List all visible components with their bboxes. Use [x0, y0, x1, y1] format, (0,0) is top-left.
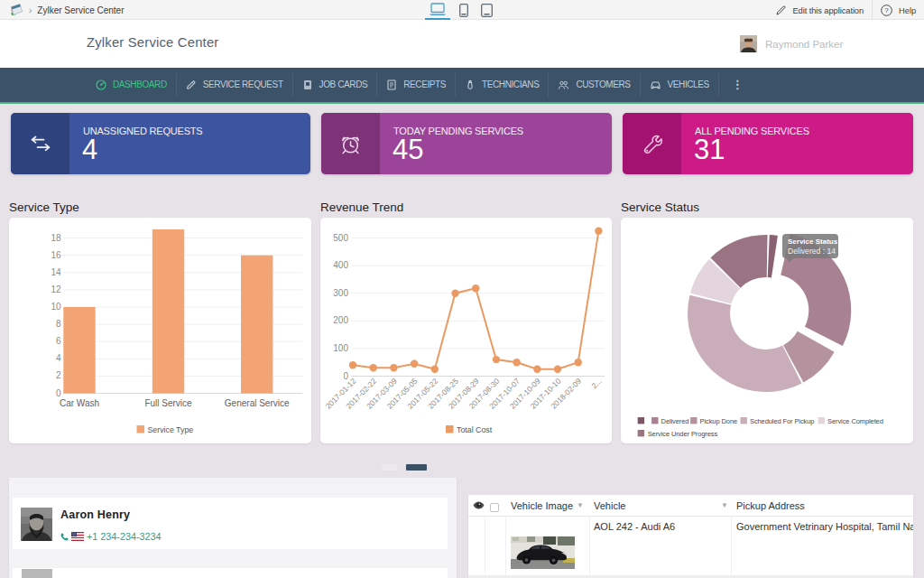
svg-text:200: 200 — [333, 315, 348, 325]
svg-text:Car Wash: Car Wash — [60, 398, 99, 408]
svg-text:Service Completed: Service Completed — [827, 417, 883, 425]
svg-text:Total Cost: Total Cost — [457, 425, 493, 434]
svg-text:General Service: General Service — [225, 398, 290, 408]
svg-text:2: 2 — [56, 370, 61, 380]
svg-text:500: 500 — [333, 233, 348, 243]
svg-text:10: 10 — [51, 302, 61, 312]
svg-text:4: 4 — [56, 353, 61, 363]
svg-text:18: 18 — [51, 233, 61, 243]
svg-text:100: 100 — [333, 343, 348, 353]
svg-text:Scheduled For Pickup: Scheduled For Pickup — [750, 417, 814, 425]
svg-text:2...: 2... — [589, 377, 603, 390]
svg-text:Service Status: Service Status — [788, 238, 838, 246]
svg-text:Pickup Done: Pickup Done — [700, 417, 737, 425]
svg-text:6: 6 — [56, 336, 61, 346]
svg-text:400: 400 — [333, 260, 348, 270]
svg-text:Delivered: Delivered — [661, 417, 689, 425]
svg-text:Delivered : 14: Delivered : 14 — [788, 247, 836, 256]
svg-text:16: 16 — [51, 250, 61, 260]
svg-text:Service Under Progress: Service Under Progress — [648, 430, 718, 438]
svg-text:Full Service: Full Service — [144, 398, 192, 408]
svg-text:?: ? — [884, 6, 889, 14]
svg-text:0: 0 — [56, 388, 61, 398]
svg-text:8: 8 — [56, 319, 61, 329]
svg-text:Service Type: Service Type — [148, 425, 194, 434]
svg-text:12: 12 — [51, 284, 61, 294]
svg-text:14: 14 — [51, 267, 61, 277]
svg-text:300: 300 — [333, 288, 348, 298]
